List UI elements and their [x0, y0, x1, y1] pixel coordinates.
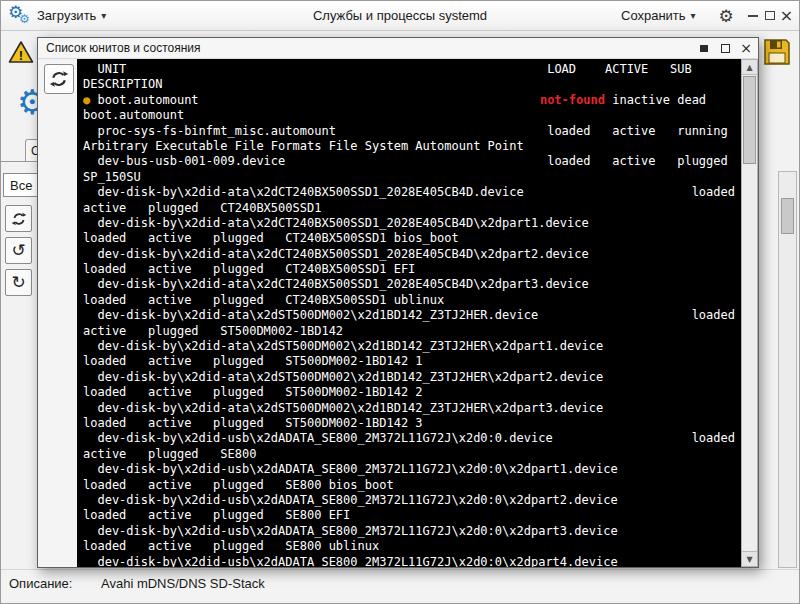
maximize-icon	[765, 11, 775, 20]
filter-value: Все	[10, 178, 32, 193]
minimize-icon	[748, 15, 758, 17]
unit-line[interactable]: loaded active plugged CT240BX500SSD1 ubl…	[83, 293, 735, 308]
app-window: ⚙ ⚙ Загрузить ▾ Службы и процессы system…	[0, 0, 800, 604]
unit-line[interactable]: dev-disk-by\x2did-ata\x2dCT240BX500SSD1_…	[83, 247, 735, 262]
unit-line[interactable]: loaded active plugged CT240BX500SSD1 EFI	[83, 262, 735, 277]
dialog-title: Список юнитов и состояния	[46, 41, 201, 55]
dialog-window-controls: ×	[697, 38, 753, 58]
description-value: Avahi mDNS/DNS SD-Stack	[101, 576, 265, 591]
unit-line[interactable]: SP_150SU	[83, 170, 735, 185]
dialog-minimize-button[interactable]	[697, 40, 711, 56]
dialog-minimize-icon	[700, 45, 708, 52]
unit-line[interactable]: dev-disk-by\x2did-usb\x2dADATA_SE800_2M3…	[83, 555, 735, 568]
unit-line[interactable]: ● boot.automountnot-found inactive dead	[83, 93, 735, 108]
minimize-button[interactable]	[744, 5, 761, 27]
unit-line[interactable]: active plugged ST500DM002-1BD142	[83, 324, 735, 339]
window-title-text: Службы и процессы systemd	[313, 8, 487, 23]
window-controls: ×	[744, 1, 795, 30]
unit-line[interactable]: dev-disk-by\x2did-ata\x2dST500DM002\x2d1…	[83, 339, 735, 354]
scroll-up-icon: ▲	[746, 63, 752, 72]
scroll-down-button[interactable]: ▼	[742, 551, 757, 566]
unit-line[interactable]: dev-disk-by\x2did-ata\x2dST500DM002\x2d1…	[83, 401, 735, 416]
redo-icon: ↻	[11, 274, 25, 291]
unit-line[interactable]: proc-sys-fs-binfmt_misc.automountloaded …	[83, 124, 735, 139]
unit-list-scrollbar[interactable]: ▲ ▼	[741, 59, 758, 567]
description-label: Описание:	[9, 576, 101, 591]
unit-line[interactable]: loaded active plugged SE800 ublinux	[83, 539, 735, 554]
unit-line[interactable]: dev-disk-by\x2did-ata\x2dCT240BX500SSD1_…	[83, 216, 735, 231]
refresh-units-button[interactable]	[44, 64, 74, 94]
window-title: Службы и процессы systemd	[181, 1, 619, 30]
statusbar: Описание: Avahi mDNS/DNS SD-Stack	[1, 569, 799, 604]
close-button[interactable]: ×	[778, 5, 795, 27]
unit-line[interactable]: dev-disk-by\x2did-ata\x2dCT240BX500SSD1_…	[83, 277, 735, 292]
dialog-close-icon: ×	[740, 41, 752, 55]
unit-line[interactable]: dev-disk-by\x2did-ata\x2dCT240BX500SSD1_…	[83, 185, 735, 200]
unit-line[interactable]: loaded active plugged SE800 EFI	[83, 508, 735, 523]
unit-line[interactable]: DESCRIPTION	[83, 77, 735, 92]
save-button[interactable]: Сохранить ▾	[613, 1, 704, 30]
settings-button[interactable]: ⚙	[713, 3, 739, 29]
unit-line[interactable]: loaded active plugged ST500DM002-1BD142 …	[83, 354, 735, 369]
warning-exclamation: !	[19, 48, 23, 63]
main-scrollbar[interactable]	[778, 171, 797, 568]
unit-line[interactable]: dev-bus-usb-001-009.deviceloaded active …	[83, 154, 735, 169]
save-floppy-icon	[762, 37, 792, 67]
undo-button[interactable]: ↺	[5, 237, 32, 264]
caret-down-icon: ▾	[101, 10, 106, 21]
dialog-close-button[interactable]: ×	[739, 40, 753, 56]
save-file-button[interactable]	[762, 37, 792, 67]
unit-line[interactable]: boot.automount	[83, 108, 735, 123]
unit-line[interactable]: active plugged CT240BX500SSD1	[83, 201, 735, 216]
scroll-down-icon: ▼	[746, 555, 752, 564]
unit-line[interactable]: loaded active plugged ST500DM002-1BD142 …	[83, 385, 735, 400]
unit-line[interactable]: dev-disk-by\x2did-usb\x2dADATA_SE800_2M3…	[83, 493, 735, 508]
unit-line[interactable]: dev-disk-by\x2did-usb\x2dADATA_SE800_2M3…	[83, 431, 735, 446]
dialog-maximize-button[interactable]	[718, 40, 732, 56]
warning-icon: !	[8, 40, 34, 64]
dialog-maximize-icon	[721, 44, 730, 53]
tab-strip-divider	[1, 161, 37, 162]
warning-button[interactable]: !	[5, 37, 37, 67]
load-button[interactable]: Загрузить ▾	[29, 1, 114, 30]
units-dialog: Список юнитов и состояния × UNITLOAD ACT…	[37, 37, 759, 568]
caret-down-icon: ▾	[691, 10, 696, 21]
refresh-icon	[49, 69, 69, 89]
save-button-label: Сохранить	[621, 8, 686, 23]
refresh-icon	[11, 211, 27, 227]
unit-line[interactable]: dev-disk-by\x2did-ata\x2dST500DM002\x2d1…	[83, 370, 735, 385]
maximize-button[interactable]	[761, 5, 778, 27]
unit-line[interactable]: active plugged SE800	[83, 447, 735, 462]
unit-line[interactable]: loaded active plugged SE800 bios_boot	[83, 478, 735, 493]
unit-line[interactable]: loaded active plugged ST500DM002-1BD142 …	[83, 416, 735, 431]
refresh-list-button[interactable]	[5, 205, 32, 232]
unit-line[interactable]: dev-disk-by\x2did-usb\x2dADATA_SE800_2M3…	[83, 524, 735, 539]
main-scrollbar-thumb[interactable]	[781, 198, 794, 234]
scroll-up-button[interactable]: ▲	[742, 60, 757, 75]
unit-list[interactable]: UNITLOAD ACTIVE SUB DESCRIPTION● boot.au…	[77, 59, 741, 567]
unit-line[interactable]: loaded active plugged CT240BX500SSD1 bio…	[83, 231, 735, 246]
app-titlebar[interactable]: ⚙ ⚙ Загрузить ▾ Службы и процессы system…	[1, 1, 799, 31]
unit-line[interactable]: dev-disk-by\x2did-ata\x2dST500DM002\x2d1…	[83, 308, 735, 323]
unit-line[interactable]: dev-disk-by\x2did-usb\x2dADATA_SE800_2M3…	[83, 462, 735, 477]
load-button-label: Загрузить	[37, 8, 96, 23]
unit-line[interactable]: UNITLOAD ACTIVE SUB	[83, 62, 735, 77]
dialog-titlebar[interactable]: Список юнитов и состояния ×	[38, 38, 758, 59]
settings-gear-icon: ⚙	[718, 6, 733, 26]
close-icon: ×	[780, 8, 793, 24]
unit-line[interactable]: Arbitrary Executable File Formats File S…	[83, 139, 735, 154]
redo-button[interactable]: ↻	[5, 269, 32, 296]
undo-icon: ↺	[11, 242, 25, 259]
unit-scrollbar-thumb[interactable]	[743, 76, 756, 164]
